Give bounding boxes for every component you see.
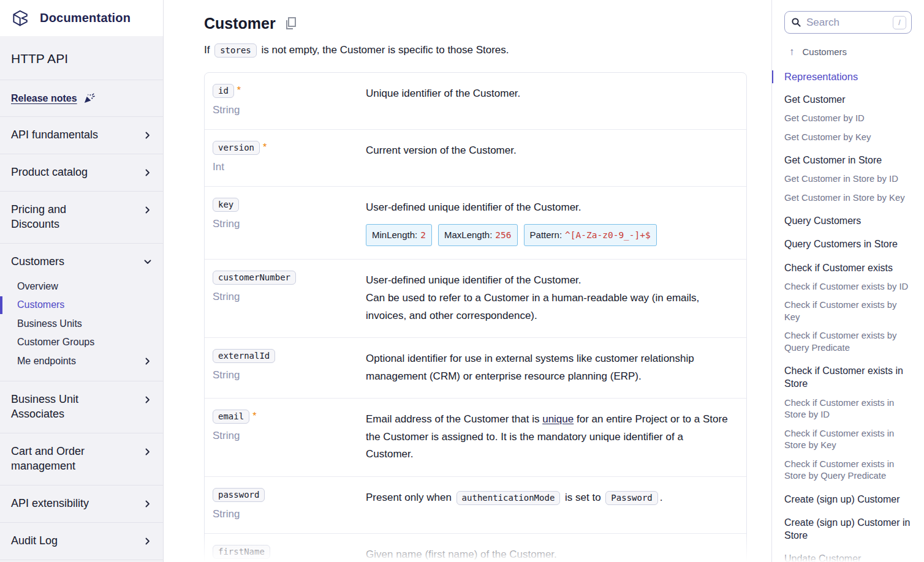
toc-items: Get CustomerGet Customer by IDGet Custom…	[784, 93, 912, 562]
field-type: Int	[213, 161, 366, 173]
sidebar-subitem-business-units[interactable]: Business Units	[0, 315, 163, 333]
field-name-chip: version	[213, 141, 260, 155]
constraint-value: 2	[420, 228, 426, 242]
release-notes-link[interactable]: Release notes	[11, 93, 77, 104]
toc-item-get-customer-in-store-by-key[interactable]: Get Customer in Store by Key	[784, 192, 912, 204]
table-row-key: keyStringUser-defined unique identifier …	[205, 187, 746, 260]
chevron-right-icon	[143, 168, 152, 177]
toc-item-check-if-customer-exists-in-store-by-key[interactable]: Check if Customer exists in Store by Key	[784, 428, 912, 452]
toc-item-get-customer-in-store-by-id[interactable]: Get Customer in Store by ID	[784, 173, 912, 185]
sidebar-item-label: Customers	[11, 255, 64, 269]
sidebar-item-cart-and-order-management[interactable]: Cart and Order management	[0, 436, 163, 482]
logo-row[interactable]: Documentation	[0, 0, 163, 36]
constraint-label: MaxLength:	[444, 227, 492, 242]
field-constraints: MinLength:2MaxLength:256Pattern:^[A-Za-z…	[366, 224, 732, 246]
toc-item-check-if-customer-exists-by-key[interactable]: Check if Customer exists by Key	[784, 299, 912, 323]
toc-item-update-customer[interactable]: Update Customer	[784, 552, 912, 562]
main-content: Customer If stores is not empty, the Cus…	[164, 0, 771, 562]
toc-item-get-customer[interactable]: Get Customer	[784, 93, 912, 106]
nav-section: CustomersOverviewCustomersBusiness Units…	[0, 244, 163, 381]
release-notes-row: Release notes	[0, 80, 163, 117]
sidebar-item-label: Audit Log	[11, 534, 58, 549]
search-input[interactable]	[806, 17, 888, 29]
toc-item-check-if-customer-exists-by-id[interactable]: Check if Customer exists by ID	[784, 281, 912, 293]
toc-item-get-customer-by-key[interactable]: Get Customer by Key	[784, 132, 912, 144]
search-icon	[791, 17, 801, 28]
search-box[interactable]: /	[784, 11, 912, 34]
field-description: Email address of the Customer that is un…	[366, 411, 746, 463]
field-type: String	[213, 104, 366, 116]
sidebar-item-audit-log[interactable]: Audit Log	[0, 526, 163, 556]
subnav: OverviewCustomersBusiness UnitsCustomer …	[0, 277, 163, 378]
left-nav: API fundamentalsProduct catalogPricing a…	[0, 117, 163, 560]
constraint-value: ^[A-Za-z0-9_-]+$	[565, 228, 651, 242]
toc-parent-link[interactable]: ↑ Customers	[784, 47, 912, 57]
sidebar-item-label: Business Unit Associates	[11, 392, 106, 422]
desc-text: Email address of the Customer that is	[366, 413, 542, 425]
sidebar-item-api-fundamentals[interactable]: API fundamentals	[0, 120, 163, 151]
chevron-right-icon	[143, 206, 152, 214]
toc-item-check-if-customer-exists-in-store-by-id[interactable]: Check if Customer exists in Store by ID	[784, 397, 912, 421]
toc-item-query-customers-in-store[interactable]: Query Customers in Store	[784, 238, 912, 250]
toc-item-create-sign-up-customer-in-store[interactable]: Create (sign up) Customer in Store	[784, 516, 912, 542]
chevron-right-icon	[143, 131, 152, 140]
toc-item-check-if-customer-exists[interactable]: Check if Customer exists	[784, 261, 912, 274]
desc-text: Optional identifier for use in external …	[366, 353, 694, 382]
sidebar-section-title: HTTP API	[0, 36, 163, 80]
field-meta: customerNumberString	[205, 272, 366, 324]
inline-code-chip: stores	[214, 43, 257, 58]
field-meta: passwordString	[205, 489, 366, 520]
sidebar-subitem-label: Overview	[17, 280, 58, 293]
table-row-firstname: firstNameStringGiven name (first name) o…	[205, 534, 746, 562]
left-sidebar: Documentation HTTP API Release notes API…	[0, 0, 164, 562]
sidebar-item-label: Cart and Order management	[11, 444, 106, 474]
toc-item-check-if-customer-exists-in-store[interactable]: Check if Customer exists in Store	[784, 364, 912, 390]
toc-active-item[interactable]: Representations	[784, 71, 912, 83]
desc-text: is set to	[562, 492, 604, 503]
sidebar-item-label: Pricing and Discounts	[11, 203, 106, 232]
required-asterisk: *	[237, 85, 241, 96]
toc-item-get-customer-in-store[interactable]: Get Customer in Store	[784, 154, 912, 167]
field-type: String	[213, 430, 366, 442]
sidebar-item-business-unit-associates[interactable]: Business Unit Associates	[0, 384, 163, 430]
fields-table: id*StringUnique identifier of the Custom…	[204, 72, 747, 562]
field-meta: firstNameString	[205, 546, 366, 562]
app-title: Documentation	[40, 11, 131, 25]
nav-section: Cart and Order management	[0, 433, 163, 485]
sidebar-subitem-me-endpoints[interactable]: Me endpoints	[0, 352, 163, 370]
desc-text: Can be used to refer to a Customer in a …	[366, 292, 699, 321]
chevron-right-icon	[143, 395, 152, 404]
field-type: String	[213, 218, 366, 230]
desc-text: Unique identifier of the Customer.	[366, 88, 520, 99]
sidebar-item-customers[interactable]: Customers	[0, 247, 163, 277]
nav-section: Product catalog	[0, 154, 163, 192]
nav-section: API extensibility	[0, 485, 163, 523]
nav-section: API fundamentals	[0, 117, 163, 154]
constraint-label: MinLength:	[372, 227, 417, 242]
inline-link[interactable]: unique	[542, 413, 574, 425]
right-sidebar: / ↑ Customers Representations Get Custom…	[771, 0, 924, 562]
sidebar-subitem-overview[interactable]: Overview	[0, 277, 163, 296]
title-row: Customer	[204, 15, 747, 32]
toc-parent-label: Customers	[803, 47, 847, 57]
toc-item-check-if-customer-exists-by-query-predicate[interactable]: Check if Customer exists by Query Predic…	[784, 330, 912, 354]
desc-text: Current version of the Customer.	[366, 144, 517, 156]
toc-item-query-customers[interactable]: Query Customers	[784, 214, 912, 227]
toc-item-create-sign-up-customer[interactable]: Create (sign up) Customer	[784, 493, 912, 506]
field-type: String	[213, 508, 366, 520]
sidebar-subitem-customer-groups[interactable]: Customer Groups	[0, 333, 163, 351]
sidebar-item-pricing-and-discounts[interactable]: Pricing and Discounts	[0, 195, 163, 240]
sidebar-item-product-catalog[interactable]: Product catalog	[0, 157, 163, 188]
toc-item-get-customer-by-id[interactable]: Get Customer by ID	[784, 113, 912, 125]
copy-link-button[interactable]	[284, 17, 297, 31]
nav-section: Pricing and Discounts	[0, 192, 163, 244]
sidebar-subitem-label: Customer Groups	[17, 336, 94, 348]
sidebar-item-label: API extensibility	[11, 496, 89, 511]
sidebar-item-api-extensibility[interactable]: API extensibility	[0, 489, 163, 519]
sidebar-subitem-customers[interactable]: Customers	[0, 296, 163, 314]
app-root: Documentation HTTP API Release notes API…	[0, 0, 924, 562]
field-name-chip: email	[213, 410, 249, 424]
sidebar-subitem-label: Me endpoints	[17, 355, 76, 367]
toc-item-check-if-customer-exists-in-store-by-query-predicate[interactable]: Check if Customer exists in Store by Que…	[784, 459, 912, 482]
desc-text: Present only when	[366, 492, 455, 503]
